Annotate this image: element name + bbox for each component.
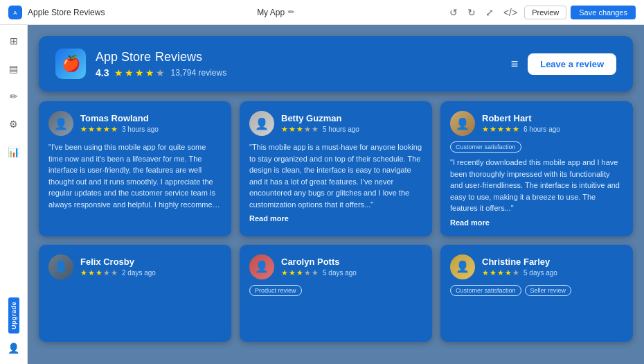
topbar-title: Apple Store Reviews xyxy=(28,8,105,17)
tag-customer-satisfaction: Customer satisfaction xyxy=(450,141,521,153)
tag-seller-review: Seller review xyxy=(525,285,572,296)
sidebar-icon-grid[interactable]: ⊞ xyxy=(5,32,23,50)
save-button[interactable]: Save changes xyxy=(571,6,636,19)
center-label: My App xyxy=(257,8,285,17)
reviewer-header-4: 👤 Carolyn Potts ★★★★★ 5 days ago xyxy=(249,254,422,279)
reviewer-header-2: 👤 Robert Hart ★★★★★ 6 hours ago xyxy=(450,111,623,136)
sidebar-icon-gear[interactable]: ⚙ xyxy=(5,115,23,133)
review-time-1: 5 hours ago xyxy=(323,125,359,133)
redo-button[interactable]: ↻ xyxy=(465,6,478,19)
review-time-4: 5 days ago xyxy=(323,269,357,277)
star-3: ★ xyxy=(135,67,144,78)
reviews-text: Reviews xyxy=(155,50,202,64)
reviewer-meta-4: ★★★★★ 5 days ago xyxy=(281,268,357,277)
link-button[interactable]: ⤢ xyxy=(483,6,497,19)
review-time-0: 3 hours ago xyxy=(122,125,159,133)
header-title-area: App Store Reviews 4.3 ★ ★ ★ ★ ★ 13,794 r… xyxy=(96,50,226,78)
edit-icon[interactable]: ✏ xyxy=(288,8,294,17)
svg-text:A: A xyxy=(13,10,17,16)
reviewer-name-2: Robert Hart xyxy=(482,113,560,123)
review-text-1: "This mobile app is a must-have for anyo… xyxy=(249,141,422,210)
reviewer-header-5: 👤 Christine Farley ★★★★★ 5 days ago xyxy=(450,254,623,279)
tag-row-5: Customer satisfaction Seller review xyxy=(450,285,623,296)
tag-customer-satisfaction-5: Customer satisfaction xyxy=(450,285,521,296)
preview-button[interactable]: Preview xyxy=(524,6,566,19)
review-time-2: 6 hours ago xyxy=(524,125,560,133)
review-text-0: "I've been using this mobile app for qui… xyxy=(48,141,222,210)
review-stars-4: ★★★★★ xyxy=(281,268,319,277)
topbar-left: A Apple Store Reviews xyxy=(8,6,105,19)
topbar: A Apple Store Reviews My App ✏ ↺ ↻ ⤢ </>… xyxy=(0,0,644,25)
reviewer-header-1: 👤 Betty Guzman ★★★★★ 5 hours ago xyxy=(249,111,422,136)
tag-product-review: Product review xyxy=(249,285,302,296)
review-card-2: 👤 Robert Hart ★★★★★ 6 hours ago Customer… xyxy=(440,101,633,236)
sidebar-bottom: Upgrade 👤 xyxy=(5,297,23,357)
review-card-4: 👤 Carolyn Potts ★★★★★ 5 days ago Product… xyxy=(240,245,432,342)
review-text-2: "I recently downloaded this mobile app a… xyxy=(450,157,623,214)
avatar-5: 👤 xyxy=(450,254,475,279)
rating-row: 4.3 ★ ★ ★ ★ ★ 13,794 reviews xyxy=(96,67,226,78)
undo-button[interactable]: ↺ xyxy=(447,6,460,19)
header-title-row: App Store Reviews xyxy=(96,50,226,64)
reviewer-meta-0: ★★★★★ 3 hours ago xyxy=(80,125,159,134)
reviewer-info-4: Carolyn Potts ★★★★★ 5 days ago xyxy=(281,257,357,277)
reviewer-info-2: Robert Hart ★★★★★ 6 hours ago xyxy=(482,113,560,134)
reviewer-meta-1: ★★★★★ 5 hours ago xyxy=(281,125,359,134)
review-stars-5: ★★★★★ xyxy=(482,268,519,277)
avatar-0: 👤 xyxy=(48,111,73,136)
review-count: 13,794 reviews xyxy=(170,68,226,78)
content: 🍎 App Store Reviews 4.3 ★ ★ ★ ★ ★ xyxy=(28,25,644,364)
rating-number: 4.3 xyxy=(96,67,109,78)
star-2: ★ xyxy=(125,67,134,78)
reviewer-name-0: Tomas Rowland xyxy=(80,113,159,123)
reviews-grid: 👤 Tomas Rowland ★★★★★ 3 hours ago "I've … xyxy=(39,101,633,342)
reviewer-info-0: Tomas Rowland ★★★★★ 3 hours ago xyxy=(80,113,159,134)
sidebar-icon-user[interactable]: 👤 xyxy=(5,339,23,357)
review-stars-3: ★★★★★ xyxy=(80,268,118,277)
avatar-4: 👤 xyxy=(249,254,274,279)
reviewer-name-4: Carolyn Potts xyxy=(281,257,357,267)
review-time-5: 5 days ago xyxy=(524,269,557,277)
review-card-3: 👤 Felix Crosby ★★★★★ 2 days ago xyxy=(39,245,231,342)
avatar-3: 👤 xyxy=(48,254,73,279)
reviewer-name-1: Betty Guzman xyxy=(281,113,359,123)
review-time-3: 2 days ago xyxy=(122,269,156,277)
upgrade-badge[interactable]: Upgrade xyxy=(8,297,19,333)
review-stars-1: ★★★★★ xyxy=(281,125,319,134)
stars-display: ★ ★ ★ ★ ★ xyxy=(114,67,165,78)
topbar-center: My App ✏ xyxy=(257,8,294,17)
avatar-2: 👤 xyxy=(450,111,475,136)
reviewer-meta-2: ★★★★★ 6 hours ago xyxy=(482,125,560,134)
reviewer-meta-3: ★★★★★ 2 days ago xyxy=(80,268,156,277)
menu-icon[interactable]: ≡ xyxy=(511,57,519,71)
appstore-icon: 🍎 xyxy=(55,49,86,79)
code-button[interactable]: </> xyxy=(501,6,520,19)
review-card-0: 👤 Tomas Rowland ★★★★★ 3 hours ago "I've … xyxy=(39,101,231,236)
sidebar-icon-layout[interactable]: ▤ xyxy=(5,60,23,78)
tag-row-4: Product review xyxy=(249,285,422,296)
header-card-right: ≡ Leave a review xyxy=(511,53,616,75)
header-card: 🍎 App Store Reviews 4.3 ★ ★ ★ ★ ★ xyxy=(39,36,633,92)
avatar-1: 👤 xyxy=(249,111,274,136)
reviewer-header-3: 👤 Felix Crosby ★★★★★ 2 days ago xyxy=(48,254,222,279)
reviewer-meta-5: ★★★★★ 5 days ago xyxy=(482,268,557,277)
sidebar-icon-chart[interactable]: 📊 xyxy=(5,143,23,161)
review-stars-0: ★★★★★ xyxy=(80,125,118,134)
main-layout: ⊞ ▤ ✏ ⚙ 📊 Upgrade 👤 🍎 App Store Reviews … xyxy=(0,25,644,364)
read-more-1[interactable]: Read more xyxy=(249,214,422,223)
reviewer-header-0: 👤 Tomas Rowland ★★★★★ 3 hours ago xyxy=(48,111,222,136)
read-more-2[interactable]: Read more xyxy=(450,218,623,227)
star-1: ★ xyxy=(114,67,123,78)
reviewer-info-1: Betty Guzman ★★★★★ 5 hours ago xyxy=(281,113,359,134)
leave-review-button[interactable]: Leave a review xyxy=(528,53,616,75)
review-card-1: 👤 Betty Guzman ★★★★★ 5 hours ago "This m… xyxy=(240,101,432,236)
header-card-left: 🍎 App Store Reviews 4.3 ★ ★ ★ ★ ★ xyxy=(55,49,226,79)
star-5: ★ xyxy=(156,67,165,78)
review-card-5: 👤 Christine Farley ★★★★★ 5 days ago Cust… xyxy=(440,245,633,342)
reviewer-info-5: Christine Farley ★★★★★ 5 days ago xyxy=(482,257,557,277)
app-store-text: App Store xyxy=(96,50,151,64)
review-stars-2: ★★★★★ xyxy=(482,125,519,134)
reviewer-name-5: Christine Farley xyxy=(482,257,557,267)
sidebar-icon-pen[interactable]: ✏ xyxy=(5,87,23,105)
sidebar: ⊞ ▤ ✏ ⚙ 📊 Upgrade 👤 xyxy=(0,25,28,364)
